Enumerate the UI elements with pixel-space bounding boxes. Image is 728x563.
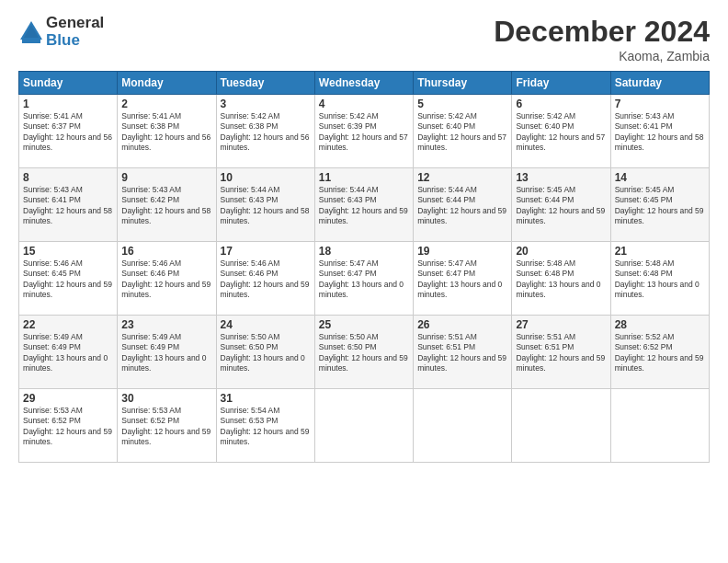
day-number: 12 [417, 171, 507, 184]
cell-content: Sunrise: 5:43 AM Sunset: 6:41 PM Dayligh… [615, 111, 705, 154]
calendar-cell: 11 Sunrise: 5:44 AM Sunset: 6:43 PM Dayl… [314, 168, 413, 242]
day-number: 10 [221, 171, 311, 184]
title-block: December 2024 Kaoma, Zambia [494, 15, 710, 63]
col-header-thursday: Thursday [414, 72, 512, 95]
calendar-body: 1 Sunrise: 5:41 AM Sunset: 6:37 PM Dayli… [19, 95, 710, 463]
col-header-wednesday: Wednesday [314, 72, 413, 95]
calendar-page: General Blue December 2024 Kaoma, Zambia… [0, 0, 728, 563]
col-header-friday: Friday [512, 72, 610, 95]
day-number: 21 [615, 245, 705, 258]
calendar-cell: 21 Sunrise: 5:48 AM Sunset: 6:48 PM Dayl… [610, 242, 709, 316]
day-number: 29 [23, 392, 113, 405]
calendar-cell: 7 Sunrise: 5:43 AM Sunset: 6:41 PM Dayli… [610, 95, 709, 168]
calendar-cell: 3 Sunrise: 5:42 AM Sunset: 6:38 PM Dayli… [216, 95, 314, 168]
page-header: General Blue December 2024 Kaoma, Zambia [18, 15, 710, 63]
col-header-tuesday: Tuesday [216, 72, 314, 95]
cell-content: Sunrise: 5:50 AM Sunset: 6:50 PM Dayligh… [221, 332, 311, 374]
logo-blue: Blue [46, 32, 104, 50]
day-number: 9 [121, 171, 211, 184]
cell-content: Sunrise: 5:49 AM Sunset: 6:49 PM Dayligh… [23, 332, 113, 374]
cell-content: Sunrise: 5:42 AM Sunset: 6:40 PM Dayligh… [516, 111, 606, 154]
cell-content: Sunrise: 5:42 AM Sunset: 6:38 PM Dayligh… [221, 111, 311, 154]
day-number: 1 [23, 98, 113, 110]
day-number: 23 [121, 318, 211, 331]
calendar-cell: 8 Sunrise: 5:43 AM Sunset: 6:41 PM Dayli… [19, 168, 118, 242]
cell-content: Sunrise: 5:47 AM Sunset: 6:47 PM Dayligh… [319, 259, 409, 301]
day-number: 7 [615, 98, 705, 110]
calendar-cell: 25 Sunrise: 5:50 AM Sunset: 6:50 PM Dayl… [314, 316, 413, 389]
calendar-cell: 12 Sunrise: 5:44 AM Sunset: 6:44 PM Dayl… [414, 168, 512, 242]
calendar-cell: 31 Sunrise: 5:54 AM Sunset: 6:53 PM Dayl… [216, 389, 314, 463]
day-number: 11 [319, 171, 409, 184]
col-header-saturday: Saturday [610, 72, 709, 95]
cell-content: Sunrise: 5:51 AM Sunset: 6:51 PM Dayligh… [516, 332, 606, 374]
calendar-cell: 17 Sunrise: 5:46 AM Sunset: 6:46 PM Dayl… [216, 242, 314, 316]
day-number: 2 [121, 98, 211, 110]
cell-content: Sunrise: 5:43 AM Sunset: 6:42 PM Dayligh… [121, 185, 211, 227]
cell-content: Sunrise: 5:46 AM Sunset: 6:45 PM Dayligh… [23, 259, 113, 301]
cell-content: Sunrise: 5:48 AM Sunset: 6:48 PM Dayligh… [615, 259, 705, 301]
day-number: 6 [516, 98, 606, 110]
day-number: 13 [516, 171, 606, 184]
day-number: 15 [23, 245, 113, 258]
calendar-week-row: 15 Sunrise: 5:46 AM Sunset: 6:45 PM Dayl… [19, 242, 710, 316]
cell-content: Sunrise: 5:53 AM Sunset: 6:52 PM Dayligh… [121, 406, 211, 448]
cell-content: Sunrise: 5:45 AM Sunset: 6:45 PM Dayligh… [615, 185, 705, 227]
calendar-cell: 15 Sunrise: 5:46 AM Sunset: 6:45 PM Dayl… [19, 242, 118, 316]
day-number: 20 [516, 245, 606, 258]
calendar-week-row: 1 Sunrise: 5:41 AM Sunset: 6:37 PM Dayli… [19, 95, 710, 168]
calendar-cell [512, 389, 610, 463]
calendar-cell: 30 Sunrise: 5:53 AM Sunset: 6:52 PM Dayl… [118, 389, 216, 463]
day-number: 8 [23, 171, 113, 184]
cell-content: Sunrise: 5:51 AM Sunset: 6:51 PM Dayligh… [417, 332, 507, 374]
calendar-week-row: 8 Sunrise: 5:43 AM Sunset: 6:41 PM Dayli… [19, 168, 710, 242]
calendar-cell: 6 Sunrise: 5:42 AM Sunset: 6:40 PM Dayli… [512, 95, 610, 168]
cell-content: Sunrise: 5:42 AM Sunset: 6:40 PM Dayligh… [417, 111, 507, 154]
day-number: 19 [417, 245, 507, 258]
calendar-cell: 4 Sunrise: 5:42 AM Sunset: 6:39 PM Dayli… [314, 95, 413, 168]
day-number: 4 [319, 98, 409, 110]
calendar-week-row: 22 Sunrise: 5:49 AM Sunset: 6:49 PM Dayl… [19, 316, 710, 389]
day-number: 22 [23, 318, 113, 331]
cell-content: Sunrise: 5:53 AM Sunset: 6:52 PM Dayligh… [23, 406, 113, 448]
calendar-subtitle: Kaoma, Zambia [494, 49, 710, 63]
day-number: 30 [121, 392, 211, 405]
calendar-cell: 20 Sunrise: 5:48 AM Sunset: 6:48 PM Dayl… [512, 242, 610, 316]
calendar-cell: 29 Sunrise: 5:53 AM Sunset: 6:52 PM Dayl… [19, 389, 118, 463]
logo-text: General Blue [46, 15, 104, 49]
day-number: 28 [615, 318, 705, 331]
calendar-cell: 24 Sunrise: 5:50 AM Sunset: 6:50 PM Dayl… [216, 316, 314, 389]
calendar-cell: 23 Sunrise: 5:49 AM Sunset: 6:49 PM Dayl… [118, 316, 216, 389]
logo: General Blue [18, 15, 104, 49]
calendar-cell: 2 Sunrise: 5:41 AM Sunset: 6:38 PM Dayli… [118, 95, 216, 168]
day-number: 18 [319, 245, 409, 258]
calendar-title: December 2024 [494, 15, 710, 49]
calendar-cell: 26 Sunrise: 5:51 AM Sunset: 6:51 PM Dayl… [414, 316, 512, 389]
cell-content: Sunrise: 5:41 AM Sunset: 6:38 PM Dayligh… [121, 111, 211, 154]
cell-content: Sunrise: 5:44 AM Sunset: 6:43 PM Dayligh… [221, 185, 311, 227]
cell-content: Sunrise: 5:42 AM Sunset: 6:39 PM Dayligh… [319, 111, 409, 154]
cell-content: Sunrise: 5:50 AM Sunset: 6:50 PM Dayligh… [319, 332, 409, 374]
calendar-cell [314, 389, 413, 463]
cell-content: Sunrise: 5:44 AM Sunset: 6:43 PM Dayligh… [319, 185, 409, 227]
day-number: 24 [221, 318, 311, 331]
day-number: 31 [221, 392, 311, 405]
cell-content: Sunrise: 5:47 AM Sunset: 6:47 PM Dayligh… [417, 259, 507, 301]
day-number: 26 [417, 318, 507, 331]
day-number: 25 [319, 318, 409, 331]
cell-content: Sunrise: 5:44 AM Sunset: 6:44 PM Dayligh… [417, 185, 507, 227]
cell-content: Sunrise: 5:54 AM Sunset: 6:53 PM Dayligh… [221, 406, 311, 448]
day-number: 27 [516, 318, 606, 331]
cell-content: Sunrise: 5:43 AM Sunset: 6:41 PM Dayligh… [23, 185, 113, 227]
calendar-cell: 14 Sunrise: 5:45 AM Sunset: 6:45 PM Dayl… [610, 168, 709, 242]
day-number: 5 [417, 98, 507, 110]
svg-rect-2 [22, 40, 40, 43]
cell-content: Sunrise: 5:46 AM Sunset: 6:46 PM Dayligh… [121, 259, 211, 301]
calendar-cell: 28 Sunrise: 5:52 AM Sunset: 6:52 PM Dayl… [610, 316, 709, 389]
day-number: 14 [615, 171, 705, 184]
cell-content: Sunrise: 5:45 AM Sunset: 6:44 PM Dayligh… [516, 185, 606, 227]
cell-content: Sunrise: 5:41 AM Sunset: 6:37 PM Dayligh… [23, 111, 113, 154]
logo-general: General [46, 15, 104, 32]
cell-content: Sunrise: 5:46 AM Sunset: 6:46 PM Dayligh… [221, 259, 311, 301]
calendar-cell: 1 Sunrise: 5:41 AM Sunset: 6:37 PM Dayli… [19, 95, 118, 168]
